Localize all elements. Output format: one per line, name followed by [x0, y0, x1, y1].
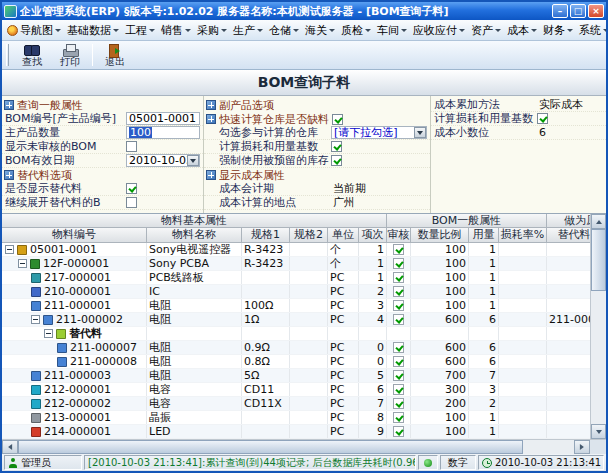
table-row-217-000001[interactable]: 217-000001PCB线路板PC11001	[2, 271, 590, 285]
titlebar[interactable]: 企业管理系统(ERP) §版本号:1.02.02 服务器名称:本机测试服务器 -…	[2, 2, 606, 20]
group-byproduct[interactable]: 副产品选项	[204, 98, 430, 112]
show-alt-checkbox[interactable]	[126, 183, 137, 194]
horizontal-scroll-thumb[interactable]	[18, 440, 523, 454]
reserved-checkbox[interactable]	[331, 155, 342, 166]
menu-item-14[interactable]: 财务	[540, 21, 576, 40]
table-row-12F-000001[interactable]: 12F-000001Sony PCBAR-3423个11001	[2, 257, 590, 271]
chevron-down-icon	[365, 29, 371, 32]
column-header[interactable]: 数量比例	[411, 228, 469, 243]
cost-period-value[interactable]: 当前期	[331, 181, 427, 196]
menu-item-12[interactable]: 资产	[468, 21, 504, 40]
cell: 100	[411, 411, 469, 424]
table-row-211-000008[interactable]: 211-000008电阻0.8ΩPC06006	[2, 355, 590, 369]
column-header[interactable]: 损耗率%	[499, 228, 547, 243]
group-collapse-icon[interactable]	[206, 100, 216, 110]
menu-item-5[interactable]: 采购	[194, 21, 230, 40]
chevron-down-icon[interactable]	[414, 127, 426, 138]
menu-item-13[interactable]: 成本	[504, 21, 540, 40]
quick-calc-checkbox[interactable]	[332, 114, 343, 125]
menu-item-1[interactable]: 导航图	[4, 21, 64, 40]
vertical-scroll-track[interactable]	[591, 291, 606, 424]
show-unaudited-checkbox[interactable]	[126, 141, 137, 152]
table-row-替代料[interactable]: 替代料	[2, 327, 590, 341]
group-cost-attr[interactable]: 显示成本属性	[204, 168, 430, 182]
table-row-213-000001[interactable]: 213-000001晶振PC81001	[2, 411, 590, 425]
group-alt-options[interactable]: 替代料选项	[2, 168, 203, 182]
menu-item-10[interactable]: 车间	[374, 21, 410, 40]
cell	[290, 327, 328, 340]
column-header[interactable]: 用量	[469, 228, 499, 243]
menu-item-2[interactable]: 基础数据	[64, 21, 122, 40]
column-header[interactable]: 物料编号	[2, 228, 147, 243]
column-header[interactable]: 规格2	[290, 228, 328, 243]
cell: 0	[359, 355, 387, 368]
group-collapse-icon[interactable]	[4, 170, 14, 180]
tree-collapse-icon[interactable]	[44, 329, 53, 338]
maximize-button[interactable]: □	[570, 4, 586, 18]
menu-item-9[interactable]: 质检	[338, 21, 374, 40]
cell: R-3423	[242, 257, 290, 270]
horizontal-scrollbar[interactable]	[2, 439, 606, 454]
menu-item-4[interactable]: 销售	[158, 21, 194, 40]
led-icon	[31, 427, 41, 437]
menu-item-11[interactable]: 应收应付	[410, 21, 468, 40]
table-row-05001-0001[interactable]: 05001-0001Sony电视遥控器R-3423个11001	[2, 243, 590, 257]
cost-location-value[interactable]: 广州	[331, 195, 427, 210]
cost-method-panel: 成本累加方法 实际成本 计算损耗和用量基数 成本小数位 6	[431, 96, 606, 213]
table-row-212-000002[interactable]: 212-000002电容CD11XPC72002	[2, 397, 590, 411]
vertical-scroll-thumb[interactable]	[591, 229, 606, 291]
tree-collapse-icon[interactable]	[18, 259, 27, 268]
menu-item-8[interactable]: 海关	[302, 21, 338, 40]
table-row-211-000007[interactable]: 211-000007电阻0.9ΩPC06006	[2, 341, 590, 355]
scroll-right-icon[interactable]	[574, 440, 590, 454]
table-row-210-000001[interactable]: 210-000001ICPC21001	[2, 285, 590, 299]
cost-method-value[interactable]: 实际成本	[537, 97, 603, 112]
chevron-down-icon[interactable]	[187, 155, 199, 166]
close-button[interactable]: ×	[588, 4, 604, 18]
group-collapse-icon[interactable]	[206, 114, 216, 124]
group-collapse-icon[interactable]	[4, 100, 14, 110]
column-header[interactable]: 审核	[387, 228, 411, 243]
status-input-mode: 数字	[440, 455, 476, 470]
table-row-211-000003[interactable]: 211-000003电阻5ΩPC57007	[2, 369, 590, 383]
column-header[interactable]: 规格1	[242, 228, 290, 243]
table-row-214-000001[interactable]: 214-000001LEDPC91001	[2, 425, 590, 439]
menu-item-7[interactable]: 仓储	[266, 21, 302, 40]
vertical-scrollbar[interactable]	[590, 214, 606, 439]
cost-loss-base-checkbox[interactable]	[537, 113, 548, 124]
column-header[interactable]: 单位	[328, 228, 359, 243]
menu-item-6[interactable]: 生产	[230, 21, 266, 40]
scroll-up-icon[interactable]	[591, 214, 606, 229]
menu-item-3[interactable]: 工程	[122, 21, 158, 40]
warehouse-select[interactable]: [请下拉勾选]	[331, 126, 427, 139]
scroll-down-icon[interactable]	[591, 424, 606, 439]
table-row-211-000001[interactable]: 211-000001电阻100ΩPC31001	[2, 299, 590, 313]
print-button[interactable]: 打印	[51, 42, 89, 69]
bom-date-input[interactable]: 2010-10-03	[126, 154, 200, 167]
tree-collapse-icon[interactable]	[31, 315, 40, 324]
minimize-button[interactable]: –	[552, 4, 568, 18]
cost-decimal-value[interactable]: 6	[537, 126, 603, 139]
bom-no-input[interactable]: 05001-0001	[126, 112, 200, 125]
group-quick-calc[interactable]: 快速计算仓库是否缺料	[204, 112, 430, 126]
cell: 8	[359, 411, 387, 424]
grid-view: 物料基本属性BOM一般属性做为原料属... 物料编号物料名称规格1规格2单位项次…	[2, 214, 590, 439]
column-header[interactable]: 项次	[359, 228, 387, 243]
find-button[interactable]: 查找	[13, 42, 51, 69]
horizontal-scroll-track[interactable]	[523, 440, 574, 454]
group-collapse-icon[interactable]	[206, 170, 216, 180]
menu-item-15[interactable]: 系统	[576, 21, 606, 40]
group-query-general[interactable]: 查询一般属性	[2, 98, 203, 112]
qty-input[interactable]: 100	[126, 126, 200, 139]
column-header[interactable]: 物料名称	[147, 228, 242, 243]
loss-base-checkbox[interactable]	[331, 141, 342, 152]
table-row-212-000001[interactable]: 212-000001电容CD11PC63003	[2, 383, 590, 397]
cell: PC	[328, 411, 359, 424]
expand-alt-checkbox[interactable]	[126, 197, 137, 208]
tree-collapse-icon[interactable]	[5, 245, 14, 254]
material-code-cell: 212-000001	[2, 383, 147, 396]
scroll-left-icon[interactable]	[2, 440, 18, 454]
table-row-211-000002[interactable]: 211-000002电阻1ΩPC46006211-000002	[2, 313, 590, 327]
column-header[interactable]: 替代料	[547, 228, 590, 243]
exit-button[interactable]: 退出	[96, 42, 134, 69]
